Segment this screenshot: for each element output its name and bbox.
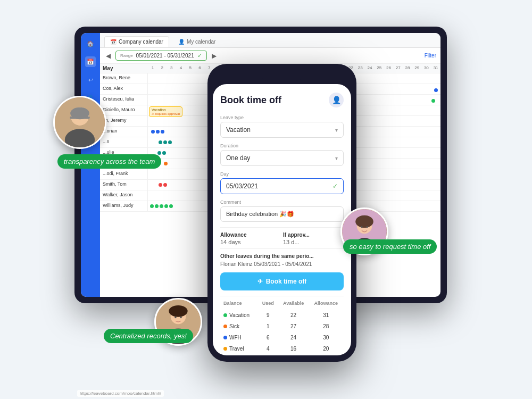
dot-indicator [157,151,161,155]
svg-point-10 [361,226,362,228]
tab-company-calendar[interactable]: 📅 Company calendar [104,36,169,47]
book-button-label: Book time off [266,278,307,285]
svg-point-11 [366,226,368,228]
duration-group: Duration One day ▾ [220,143,344,166]
balance-used: 9 [259,310,278,320]
leave-type-select[interactable]: Vacation ▾ [220,122,344,138]
day-30: 30 [422,64,431,73]
employee-name: Walker, Jason [100,190,148,201]
dot-indicator [159,183,162,187]
day-4: 4 [176,64,186,73]
table-row: Vacation 9 22 31 [221,310,343,320]
other-leaves-item: Florian Kleinz 05/03/2021 - 05/04/2021 [220,261,344,267]
balance-allowance: 28 [310,321,343,331]
avatar-man [53,96,106,149]
table-row: Travel 4 16 20 [221,344,343,354]
day-1: 1 [148,64,157,73]
if-approved-col: If approv... 13 d... [283,232,344,245]
date-range-value: 05/01/2021 - 05/31/2021 [136,53,194,59]
day-24: 24 [365,64,375,73]
balance-table: Balance Used Available Allowance Vacatio… [220,296,344,355]
balance-allowance: 31 [310,310,343,320]
filter-button[interactable]: Filter [425,53,436,59]
day-28: 28 [403,64,412,73]
svg-point-15 [169,305,187,317]
balance-type: Travel [221,344,257,354]
cal-cell: Vacation⚠ requires approval [148,105,195,115]
sidebar-home-icon[interactable]: 🏠 [85,38,96,49]
calendar-controls: ◀ Range 05/01/2021 - 05/31/2021 ✓ ▶ Filt… [100,48,440,64]
duration-value: One day [226,154,250,162]
book-form: Book time off 👤 Leave type Vacation ▾ Du… [213,84,351,355]
sidebar-calendar-icon[interactable]: 📅 [85,56,96,67]
balance-header-row: Balance Used Available Allowance [221,297,343,309]
centralized-label: Centralized records, yes! [104,329,193,343]
balance-type: Vacation [221,310,257,320]
easy-label: so easy to request time off [343,239,437,254]
allowance-section: Allowance 14 days If approv... 13 d... [220,227,344,245]
sidebar-history-icon[interactable]: ↩ [85,74,96,85]
day-check-icon: ✓ [332,182,338,190]
day-25: 25 [375,64,384,73]
dot-indicator [151,130,155,134]
day-29: 29 [412,64,422,73]
comment-input[interactable]: Birthday celebration 🎉🎁 [220,206,344,222]
employee-name: Cos, Alex [100,84,148,94]
balance-available: 16 [279,344,309,354]
svg-point-9 [355,215,373,228]
dot-indicator [163,183,167,187]
col-used: Used [259,297,278,309]
allowance-value: 14 days [220,239,281,245]
table-row: Sick 1 27 28 [221,321,343,331]
employee-name: Brown, Rene [100,73,148,84]
svg-point-16 [174,317,176,318]
transparency-text: transparency across the team [64,157,155,165]
day-group: Day 05/03/2021 ✓ [220,171,344,194]
date-range-box[interactable]: Range 05/01/2021 - 05/31/2021 ✓ [115,51,207,61]
day-5: 5 [186,64,195,73]
centralized-text: Centralized records, yes! [110,332,187,340]
employee-name: ...n [100,137,148,147]
phone-screen: Book time off 👤 Leave type Vacation ▾ Du… [213,84,351,355]
book-button[interactable]: ✈ Book time off [220,272,344,290]
prev-arrow[interactable]: ◀ [104,52,112,60]
next-arrow[interactable]: ▶ [210,52,218,60]
allowance-col: Allowance 14 days [220,232,281,245]
duration-label: Duration [220,143,344,148]
employee-name: Williams, Judy [100,201,148,211]
if-approved-value: 13 d... [283,239,344,245]
company-cal-icon: 📅 [110,39,117,45]
col-balance: Balance [221,297,257,309]
easy-text: so easy to request time off [350,243,430,251]
balance-used: 1 [259,321,278,331]
col-available: Available [279,297,309,309]
day-input[interactable]: 05/03/2021 ✓ [220,178,344,194]
dropdown-arrow: ▾ [335,127,338,133]
day-6: 6 [195,64,205,73]
leave-type-label: Leave type [220,115,344,120]
svg-point-17 [180,317,181,318]
tab-my-calendar[interactable]: 👤 My calendar [172,36,221,47]
user-icon: 👤 [329,93,344,107]
other-leaves-section: Other leaves during the same perio... Fl… [220,248,344,267]
svg-rect-5 [70,117,90,119]
top-tabs: 📅 Company calendar 👤 My calendar [100,33,440,48]
balance-available: 27 [279,321,309,331]
employee-name: Smith, Tom [100,180,148,190]
dot-indicator [159,140,162,144]
employee-name: ..n, Jeremy [100,116,148,126]
dot-indicator [162,151,166,155]
employee-name: ...odi, Frank [100,169,148,179]
dot-indicator [150,204,154,208]
url-text: https://leaveboard.com/moo/calendar.html… [80,391,161,396]
dot-indicator [164,162,168,165]
leave-type-value: Vacation [226,126,251,134]
my-cal-icon: 👤 [178,39,185,45]
dot-indicator [434,85,438,94]
balance-available: 24 [279,332,309,343]
comment-group: Comment Birthday celebration 🎉🎁 [220,200,344,222]
send-icon: ✈ [257,278,263,285]
dot-indicator [155,204,159,208]
day-value: 05/03/2021 [226,182,258,190]
duration-select[interactable]: One day ▾ [220,150,344,166]
